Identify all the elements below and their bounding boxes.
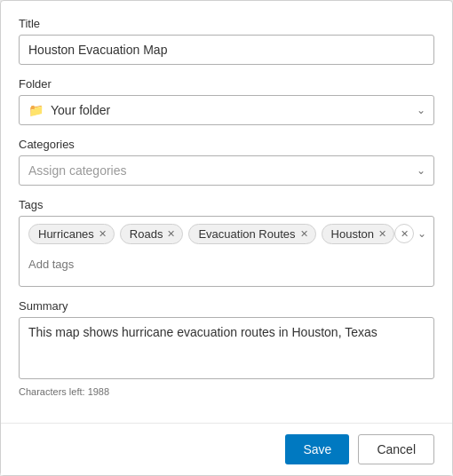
title-input[interactable] xyxy=(19,35,434,65)
tag-houston-label: Houston xyxy=(331,227,374,241)
folder-chevron-icon: ⌄ xyxy=(417,104,425,116)
tags-chevron-button[interactable]: ⌄ xyxy=(417,227,426,240)
tag-hurricanes-label: Hurricanes xyxy=(38,227,94,241)
folder-select-wrapper: 📁 Your folder ⌄ xyxy=(19,95,434,125)
summary-label: Summary xyxy=(19,299,434,313)
folder-select[interactable]: 📁 Your folder ⌄ xyxy=(19,95,434,125)
tags-controls: ✕ ⌄ xyxy=(394,224,426,243)
categories-placeholder: Assign categories xyxy=(28,163,127,178)
tags-group: Tags Hurricanes ✕ Roads ✕ Evacuation Rou… xyxy=(19,198,434,287)
summary-textarea[interactable]: This map shows hurricane evacuation rout… xyxy=(19,317,434,379)
tag-houston-remove[interactable]: ✕ xyxy=(378,229,386,239)
dialog-body: Title Folder 📁 Your folder ⌄ Categories … xyxy=(1,1,452,423)
categories-select[interactable]: Assign categories ⌄ xyxy=(19,155,434,186)
tag-houston: Houston ✕ xyxy=(322,224,394,244)
tags-field: Hurricanes ✕ Roads ✕ Evacuation Routes ✕… xyxy=(19,216,434,287)
folder-icon: 📁 xyxy=(28,103,44,117)
add-tags-input[interactable] xyxy=(28,258,178,271)
categories-group: Categories Assign categories ⌄ xyxy=(19,138,434,186)
dialog-footer: Save Cancel xyxy=(1,423,452,475)
tags-clear-button[interactable]: ✕ xyxy=(394,224,414,243)
folder-value: Your folder xyxy=(51,103,110,117)
summary-group: Summary This map shows hurricane evacuat… xyxy=(19,299,434,397)
tag-roads-remove[interactable]: ✕ xyxy=(167,229,175,239)
tag-evacuation-routes-label: Evacuation Routes xyxy=(198,227,295,241)
title-label: Title xyxy=(19,17,434,30)
tag-roads: Roads ✕ xyxy=(120,224,184,244)
tag-roads-label: Roads xyxy=(130,227,163,241)
char-count: Characters left: 1988 xyxy=(19,386,434,397)
dialog: Title Folder 📁 Your folder ⌄ Categories … xyxy=(0,0,453,476)
title-group: Title xyxy=(19,17,434,65)
categories-chevron-icon: ⌄ xyxy=(417,164,425,177)
folder-label: Folder xyxy=(19,77,434,91)
tag-hurricanes-remove[interactable]: ✕ xyxy=(99,229,107,239)
save-button[interactable]: Save xyxy=(285,434,349,464)
cancel-button[interactable]: Cancel xyxy=(358,434,434,464)
categories-select-wrapper: Assign categories ⌄ xyxy=(19,155,434,186)
tags-label: Tags xyxy=(19,198,434,211)
tag-evacuation-routes-remove[interactable]: ✕ xyxy=(300,229,308,239)
tag-evacuation-routes: Evacuation Routes ✕ xyxy=(188,224,315,244)
categories-label: Categories xyxy=(19,138,434,151)
tag-hurricanes: Hurricanes ✕ xyxy=(28,224,115,244)
folder-group: Folder 📁 Your folder ⌄ xyxy=(19,77,434,125)
